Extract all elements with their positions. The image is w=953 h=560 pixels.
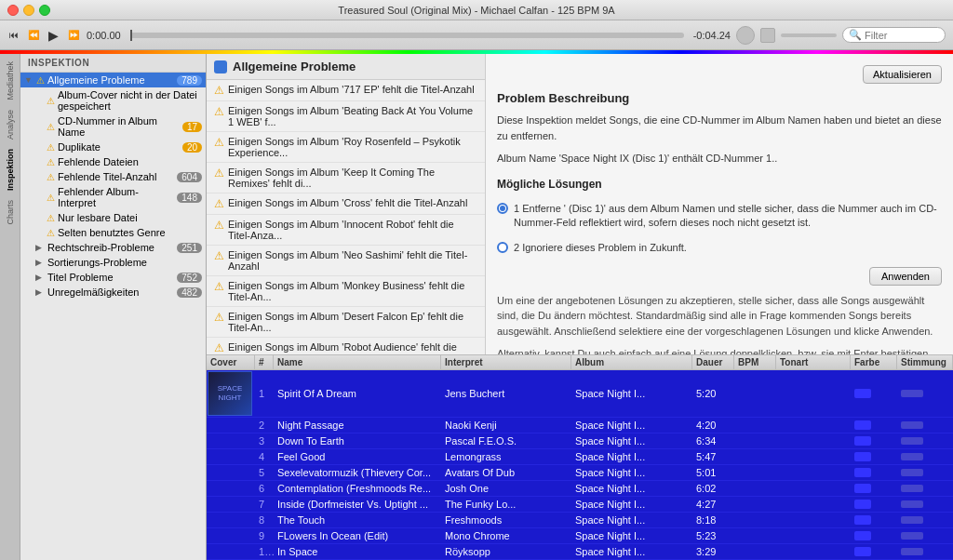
tree-item-sortierungs[interactable]: ▶ Sortierungs-Probleme [20,255,206,270]
track-number: 4 [255,449,274,464]
track-duration: 6:02 [692,481,734,496]
table-row[interactable]: 2Night PassageNaoki KenjiSpace Night I..… [207,418,953,433]
minimize-button[interactable] [23,5,34,16]
cover-cell [207,481,255,496]
tree-item-rechtschreib[interactable]: ▶ Rechtschreib-Probleme 251 [20,240,206,255]
track-number: 7 [255,497,274,512]
tree-item-unregelmaessigkeiten[interactable]: ▶ Unregelmäßigkeiten 482 [20,285,206,300]
track-duration: 5:20 [692,386,734,401]
problem-item[interactable]: ⚠Einigen Songs im Album 'Monkey Business… [207,276,485,307]
table-row[interactable]: 6Contemplation (Freshmoods Re...Josh One… [207,481,953,497]
problem-item[interactable]: ⚠Einigen Songs im Album '717 EP' fehlt d… [207,80,485,101]
problems-panel: Allgemeine Probleme ⚠Einigen Songs im Al… [207,54,486,354]
problem-item[interactable]: ⚠Einigen Songs im Album 'Innocent Robot'… [207,215,485,246]
apply-button[interactable]: Anwenden [869,267,942,286]
skip-back-button[interactable]: ⏮ [7,28,20,42]
tree-item-album-cover[interactable]: ⚠ Album-Cover nicht in der Datei gespeic… [20,87,206,113]
track-stimmung [897,483,953,494]
track-tonart [776,550,851,553]
badge: 604 [177,172,202,182]
sidebar-item-charts[interactable]: Charts [4,196,17,229]
tree-item-allgemeine[interactable]: ▼ ⚠ Allgemeine Probleme 789 [20,73,206,87]
problem-item[interactable]: ⚠Einigen Songs im Album 'Neo Sashimi' fe… [207,246,485,276]
track-number: 2 [255,418,274,433]
main-area: Mediathek Analyse Inspektion Charts INSP… [0,54,953,560]
table-header-cell: Name [274,355,441,369]
track-duration: 4:20 [692,418,734,433]
track-tonart [776,534,851,538]
item-label: Fehlende Titel-Anzahl [58,171,174,182]
filter-input[interactable] [865,30,939,41]
progress-bar[interactable] [130,33,684,38]
sidebar-icons: Mediathek Analyse Inspektion Charts [0,54,20,560]
problems-header: Allgemeine Probleme [207,54,485,80]
track-name: FLowers In Ocean (Edit) [274,528,441,543]
tree-item-selten[interactable]: ⚠ Selten benutztes Genre [20,225,206,240]
track-bpm [734,439,776,443]
blue-dot-icon [214,60,227,73]
table-header-cell: Album [571,355,692,369]
sidebar-item-inspektion[interactable]: Inspektion [4,145,17,194]
warn-icon: ⚠ [36,75,45,86]
tree-item-fehlender-interpret[interactable]: ⚠ Fehlender Album-Interpret 148 [20,184,206,210]
warn-icon: ⚠ [47,96,55,106]
table-row[interactable]: SPACENIGHT 1Spirit Of A DreamJens Bucher… [207,370,953,418]
sidebar-item-mediathek[interactable]: Mediathek [4,58,17,104]
warn-icon: ⚠ [47,228,55,238]
volume-slider[interactable] [781,33,837,37]
item-label: Selten benutztes Genre [58,227,202,238]
problem-item[interactable]: ⚠Einigen Songs im Album 'Roy Rosenfeld –… [207,132,485,163]
table-row[interactable]: 7Inside (Dorfmeister Vs. Uptight ...The … [207,497,953,513]
aktualisieren-button[interactable]: Aktualisieren [863,65,942,84]
problem-item[interactable]: ⚠Einigen Songs im Album 'Cross' fehlt di… [207,193,485,215]
track-album: Space Night I... [571,433,692,448]
table-row[interactable]: 3Down To EarthPascal F.E.O.S.Space Night… [207,433,953,449]
problem-item[interactable]: ⚠Einigen Songs im Album 'Desert Falcon E… [207,307,485,338]
sidebar-item-analyse[interactable]: Analyse [4,106,17,143]
track-album: Space Night I... [571,418,692,433]
traffic-lights [7,5,50,16]
table-row[interactable]: 5Sexelevatormuzik (Thievery Cor...Avatar… [207,465,953,481]
cover-cell: SPACENIGHT [207,370,255,417]
time-current: 0:00.00 [87,30,121,41]
desc-bottom-text: Um eine der angebotenen Lösungen zu akze… [497,293,942,340]
problem-item[interactable]: ⚠Einigen Songs im Album 'Beating Back At… [207,101,485,132]
problem-item[interactable]: ⚠Einigen Songs im Album 'Robot Audience'… [207,338,485,354]
fast-forward-button[interactable]: ⏩ [66,28,81,42]
radio-solution-1[interactable] [497,203,508,214]
warn-icon: ⚠ [47,122,55,132]
window-title: Treasured Soul (Original Mix) - Michael … [338,5,614,16]
track-bpm [734,455,776,459]
tree-item-cd-nummer[interactable]: ⚠ CD-Nummer in Album Name 17 [20,113,206,140]
table-row[interactable]: 9FLowers In Ocean (Edit)Mono ChromeSpace… [207,528,953,544]
radio-solution-2[interactable] [497,242,508,253]
tree-item-fehlende-dateien[interactable]: ⚠ Fehlende Dateien [20,154,206,169]
track-duration: 4:27 [692,497,734,512]
cover-cell [207,433,255,448]
tree-item-titel[interactable]: ▶ Titel Probleme 752 [20,270,206,285]
track-bpm [734,392,776,395]
album-note: Album Name 'Space Night IX (Disc 1)' ent… [497,151,942,167]
tree-item-nur-lesbar[interactable]: ⚠ Nur lesbare Datei [20,210,206,225]
track-album: Space Night I... [571,544,692,559]
rewind-button[interactable]: ⏪ [26,28,41,42]
cover-cell [207,513,255,527]
desc-text: Diese Inspektion meldet Songs, die eine … [497,113,942,143]
track-name: In Space [274,544,441,559]
close-button[interactable] [7,5,19,16]
item-label: CD-Nummer in Album Name [58,115,180,138]
track-number: 1 [255,386,274,401]
table-row[interactable]: 8The TouchFreshmoodsSpace Night I...8:18 [207,513,953,528]
tree-item-fehlende-titel[interactable]: ⚠ Fehlende Titel-Anzahl 604 [20,169,206,184]
maximize-button[interactable] [39,5,50,16]
table-row[interactable]: 10In SpaceRöyksoppSpace Night I...3:29 [207,544,953,560]
badge: 20 [182,142,202,153]
table-row[interactable]: 4Feel GoodLemongrassSpace Night I...5:47 [207,449,953,465]
track-number: 9 [255,528,274,543]
track-name: Down To Earth [274,433,441,448]
track-farbe [851,450,897,463]
problem-item[interactable]: ⚠Einigen Songs im Album 'Keep It Coming … [207,163,485,193]
track-number: 6 [255,481,274,496]
play-button[interactable]: ▶ [47,26,60,45]
tree-item-duplikate[interactable]: ⚠ Duplikate 20 [20,140,206,154]
